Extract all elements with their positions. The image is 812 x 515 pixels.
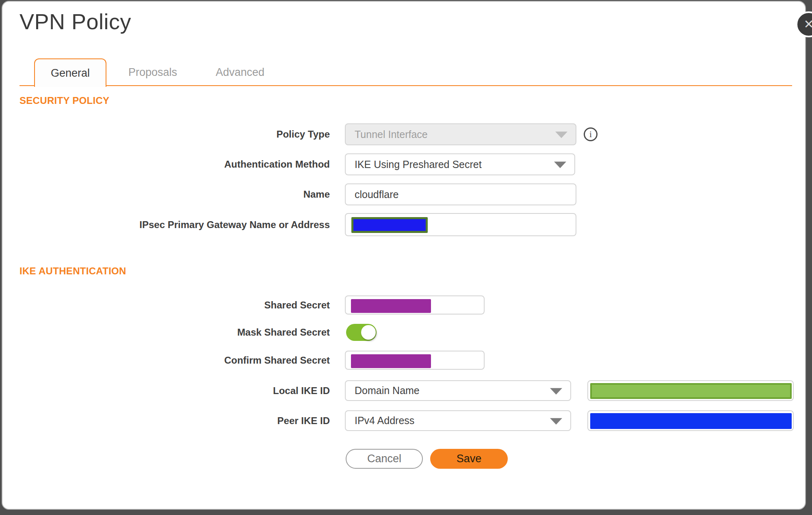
page-title: VPN Policy [19,9,131,34]
ipsec-gateway-redaction [351,217,428,233]
tab-proposals[interactable]: Proposals [124,58,181,86]
name-input[interactable]: cloudflare [345,183,576,205]
info-icon[interactable]: i [584,127,598,141]
authentication-method-label: Authentication Method [127,153,330,175]
chevron-down-icon [550,418,562,424]
shared-secret-redaction [351,299,431,313]
vpn-policy-dialog: VPN Policy General Proposals Advanced SE… [2,1,806,510]
tab-advanced-label: Advanced [216,66,264,79]
policy-type-value: Tunnel Interface [355,129,428,140]
mask-shared-secret-toggle[interactable] [346,324,377,341]
peer-ike-id-value: IPv4 Address [355,415,414,427]
ipsec-gateway-label: IPsec Primary Gateway Name or Address [127,213,330,236]
tab-general[interactable]: General [34,58,106,87]
peer-ike-id-label: Peer IKE ID [127,410,330,431]
mask-shared-secret-label: Mask Shared Secret [127,324,330,341]
tab-general-label: General [51,67,90,80]
local-ike-id-select[interactable]: Domain Name [345,380,571,401]
name-label: Name [127,183,330,205]
section-security-policy: SECURITY POLICY [19,95,109,106]
chevron-down-icon [555,131,567,138]
local-ike-id-value: Domain Name [355,385,420,396]
authentication-method-select[interactable]: IKE Using Preshared Secret [345,153,575,175]
save-button-label: Save [457,453,482,465]
chevron-down-icon [554,162,566,168]
local-ike-id-value-input[interactable] [587,380,794,401]
tab-advanced[interactable]: Advanced [212,58,269,86]
local-ike-id-redaction [590,383,792,399]
name-value: cloudflare [355,189,398,200]
confirm-shared-secret-redaction [351,354,431,368]
confirm-shared-secret-label: Confirm Shared Secret [127,351,330,370]
local-ike-id-label: Local IKE ID [127,380,330,401]
chevron-down-icon [550,388,562,394]
cancel-button-label: Cancel [367,453,401,465]
shared-secret-input[interactable] [345,295,485,315]
section-ike-authentication: IKE AUTHENTICATION [19,265,126,277]
peer-ike-id-value-input[interactable] [587,410,794,431]
policy-type-select: Tunnel Interface [345,123,576,145]
ipsec-gateway-input[interactable] [345,213,576,236]
toggle-knob [361,325,376,340]
save-button[interactable]: Save [430,449,508,469]
tab-proposals-label: Proposals [128,66,177,79]
cancel-button[interactable]: Cancel [346,449,423,469]
shared-secret-label: Shared Secret [127,295,330,315]
peer-ike-id-redaction [590,413,792,429]
confirm-shared-secret-input[interactable] [345,351,485,370]
peer-ike-id-select[interactable]: IPv4 Address [345,410,571,431]
policy-type-label: Policy Type [127,123,330,145]
authentication-method-value: IKE Using Preshared Secret [355,159,482,170]
